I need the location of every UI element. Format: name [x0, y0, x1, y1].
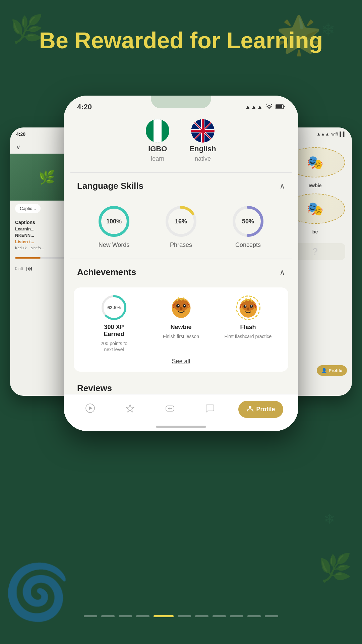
left-time-display: 0:56	[15, 266, 23, 271]
page-title: Be Rewarded for Learning	[0, 27, 362, 54]
dot-8[interactable]	[230, 615, 243, 617]
star-nav-icon	[125, 404, 135, 415]
svg-point-30	[184, 305, 185, 306]
svg-rect-3	[146, 119, 154, 143]
skill-concepts-circle: 50%	[231, 205, 265, 238]
nav-profile[interactable]: Profile	[238, 401, 283, 418]
see-all-link[interactable]: See all	[80, 353, 282, 365]
skill-new-words-circle: 100%	[97, 205, 131, 238]
right-profile-button[interactable]: 👤Profile	[317, 365, 347, 376]
dot-9[interactable]	[247, 615, 261, 617]
nav-practice[interactable]	[159, 401, 181, 418]
skill-phrases-label: Phrases	[170, 241, 192, 249]
skills-container: 100% New Words 16% Phrases	[70, 198, 292, 259]
svg-point-38	[251, 305, 252, 307]
play-nav-icon	[85, 404, 95, 415]
bg-tribal-bl: 🌀	[3, 561, 70, 624]
flash-badge-icon	[235, 294, 261, 321]
achievements-toggle-icon[interactable]: ∧	[280, 268, 285, 277]
right-newbie-label: ewbie	[307, 181, 324, 190]
nav-favorites[interactable]	[119, 401, 141, 418]
skill-phrases-value: 16%	[175, 218, 187, 225]
language-section: IGBO learn	[70, 112, 292, 173]
svg-point-39	[247, 307, 249, 310]
right-flash-label: be	[310, 227, 320, 236]
dot-6[interactable]	[195, 615, 208, 617]
xp-circle: 62.5%	[101, 294, 127, 321]
achievement-newbie: Newbie Finish first lesson	[147, 294, 215, 339]
dot-10[interactable]	[265, 615, 278, 617]
language-english[interactable]: English native	[189, 119, 216, 162]
reviews-title: Reviews	[77, 383, 112, 393]
skill-phrases-circle: 16%	[164, 205, 198, 238]
dot-5[interactable]	[178, 615, 191, 617]
achievement-flash: Flash First flashcard practice	[215, 294, 282, 339]
bg-decor-br: 🌿	[318, 552, 352, 584]
dot-7[interactable]	[213, 615, 226, 617]
dot-3[interactable]	[136, 615, 149, 617]
wifi-icon	[265, 104, 273, 111]
achievements-title: Achievements	[77, 267, 136, 277]
dot-1[interactable]	[101, 615, 115, 617]
left-progress-fill	[15, 257, 41, 259]
achievements-items: 62.5% 300 XPEarned 200 points tonext lev…	[80, 294, 282, 353]
english-flag	[191, 119, 215, 143]
skill-concepts-label: Concepts	[235, 241, 261, 249]
profile-nav-icon	[246, 404, 254, 415]
svg-point-29	[178, 305, 179, 306]
skill-concepts: 50% Concepts	[231, 205, 265, 249]
igbo-flag	[146, 119, 169, 143]
achievement-newbie-sub: Finish first lesson	[163, 333, 199, 339]
achievement-flash-sub: First flashcard practice	[225, 333, 272, 339]
achievement-xp-sub: 200 points tonext level	[101, 340, 127, 353]
svg-point-48	[249, 406, 251, 409]
left-caption-button[interactable]: Captio...	[15, 204, 41, 213]
nav-chat[interactable]	[198, 401, 221, 418]
igbo-lang-name: IGBO	[148, 145, 167, 153]
phone-center: 4:20 ▲▲▲	[64, 96, 298, 431]
game-nav-icon	[165, 404, 175, 415]
skills-section-header: Language Skills ∧	[64, 173, 298, 198]
svg-point-31	[180, 307, 182, 310]
achievements-section-header: Achievements ∧	[64, 259, 298, 284]
chat-nav-icon	[205, 404, 215, 415]
skill-concepts-value: 50%	[242, 218, 254, 225]
achievement-xp: 62.5% 300 XPEarned 200 points tonext lev…	[80, 294, 147, 353]
status-icons: ▲▲▲	[245, 104, 285, 111]
skill-new-words-value: 100%	[106, 218, 122, 225]
english-lang-name: English	[189, 145, 216, 153]
english-lang-label: native	[195, 155, 211, 162]
svg-rect-4	[154, 119, 162, 143]
svg-marker-41	[89, 407, 93, 410]
svg-point-37	[245, 305, 246, 307]
skills-toggle-icon[interactable]: ∧	[280, 182, 285, 191]
dot-0[interactable]	[84, 615, 97, 617]
status-time: 4:20	[77, 103, 92, 111]
profile-nav-label: Profile	[256, 406, 275, 413]
skill-phrases: 16% Phrases	[164, 205, 198, 249]
dot-2[interactable]	[119, 615, 132, 617]
battery-icon	[276, 104, 285, 111]
skill-new-words: 100% New Words	[97, 205, 131, 249]
language-igbo[interactable]: IGBO learn	[146, 119, 169, 162]
signal-icon: ▲▲▲	[245, 104, 263, 111]
phone-notch	[151, 96, 211, 108]
xp-percent: 62.5%	[107, 305, 121, 310]
achievements-card: 62.5% 300 XPEarned 200 points tonext lev…	[74, 287, 288, 372]
achievement-flash-title: Flash	[240, 324, 256, 331]
dot-4-active[interactable]	[154, 615, 174, 617]
newbie-badge-icon	[168, 294, 194, 321]
igbo-lang-label: learn	[151, 155, 164, 162]
skills-title: Language Skills	[77, 181, 143, 191]
skill-new-words-label: New Words	[99, 241, 130, 249]
bg-flake-br: ❄	[324, 511, 335, 527]
achievement-xp-title: 300 XPEarned	[104, 324, 124, 338]
left-back-icon[interactable]: ⏮	[26, 265, 33, 272]
home-indicator	[156, 426, 206, 428]
nav-play[interactable]	[79, 401, 102, 418]
svg-rect-1	[276, 105, 282, 108]
svg-rect-5	[162, 119, 169, 143]
svg-marker-42	[126, 405, 134, 412]
achievement-newbie-title: Newbie	[170, 324, 191, 331]
